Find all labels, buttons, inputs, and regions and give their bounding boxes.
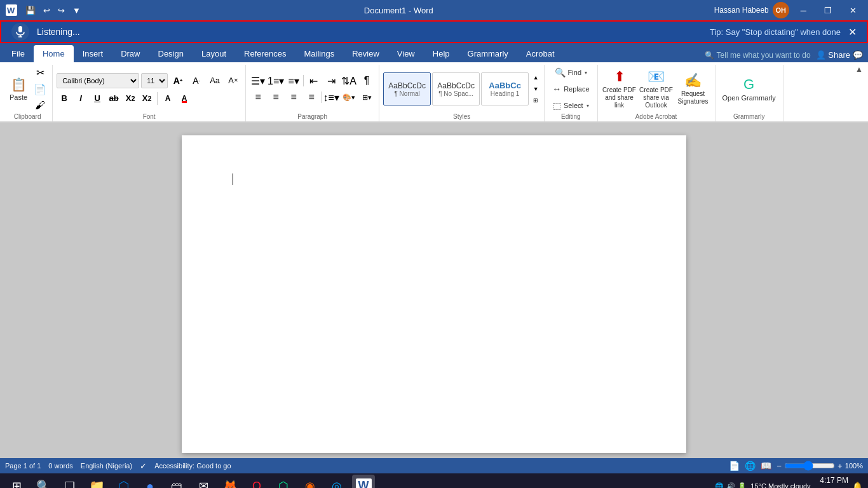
styles-scroll-down[interactable]: ▼ (531, 84, 540, 94)
start-button[interactable]: ⊞ (5, 475, 28, 488)
styles-more[interactable]: ⊞ (531, 95, 540, 105)
align-center-button[interactable]: ≡ (268, 90, 284, 105)
undo-qat-button[interactable]: ↩ (41, 4, 53, 17)
document-page[interactable] (182, 135, 686, 453)
comments-button[interactable]: 💬 (853, 50, 863, 60)
tab-help[interactable]: Help (424, 45, 459, 62)
web-layout-button[interactable]: 🌐 (745, 461, 756, 471)
style-normal[interactable]: AaBbCcDc ¶ Normal (383, 72, 431, 105)
font-name-select[interactable]: Calibri (Body) (57, 73, 139, 88)
tab-draw[interactable]: Draw (112, 45, 149, 62)
tab-review[interactable]: Review (343, 45, 388, 62)
strikethrough-button[interactable]: ab (106, 92, 121, 105)
superscript-button[interactable]: X2 (139, 92, 154, 105)
change-case-button[interactable]: Aa (207, 73, 223, 88)
sort-button[interactable]: ⇅A (341, 73, 357, 88)
replace-button[interactable]: ↔ Replace (548, 81, 593, 97)
print-layout-button[interactable]: 📄 (729, 461, 740, 471)
opera-gx-button[interactable]: ⬡ (272, 475, 295, 488)
tab-layout[interactable]: Layout (193, 45, 235, 62)
text-highlight-button[interactable]: A (160, 92, 175, 105)
decrease-indent-button[interactable]: ⇤ (305, 73, 322, 88)
notification-button[interactable]: 🔔 (852, 482, 863, 489)
increase-indent-button[interactable]: ⇥ (323, 73, 339, 88)
justify-button[interactable]: ≡ (303, 90, 320, 105)
numbering-button[interactable]: 1≡▾ (268, 73, 284, 88)
restore-button[interactable]: ❐ (818, 3, 838, 18)
underline-button[interactable]: U (90, 92, 105, 105)
subscript-button[interactable]: X2 (123, 92, 138, 105)
user-avatar[interactable]: OH (773, 2, 789, 18)
align-left-button[interactable]: ≡ (250, 90, 266, 105)
chrome-button[interactable]: ● (139, 475, 161, 488)
zoom-in-button[interactable]: + (837, 461, 843, 471)
taskbar-app4[interactable]: ◎ (325, 475, 348, 488)
find-button[interactable]: 🔍 Find ▾ (548, 65, 593, 80)
word-taskbar-button[interactable]: W (352, 475, 375, 488)
share-button[interactable]: 👤 Share (816, 50, 850, 60)
tab-mailings[interactable]: Mailings (295, 45, 344, 62)
shading-button[interactable]: 🎨▾ (341, 90, 357, 105)
decrease-font-button[interactable]: A- (188, 73, 205, 88)
tab-acrobat[interactable]: Acrobat (517, 45, 564, 62)
bold-button[interactable]: B (57, 92, 72, 105)
font-color-button[interactable]: A (177, 92, 192, 105)
read-mode-button[interactable]: 📖 (761, 461, 771, 471)
line-spacing-button[interactable]: ↕≡▾ (323, 90, 339, 105)
tab-design[interactable]: Design (149, 45, 193, 62)
open-grammarly-button[interactable]: G Open Grammarly (719, 72, 779, 106)
firefox-button[interactable]: 🦊 (219, 475, 241, 488)
multilevel-list-button[interactable]: ≡▾ (285, 73, 302, 88)
create-pdf-share-button[interactable]: ⬆ Create PDFand share link (602, 72, 637, 106)
zoom-range[interactable] (784, 461, 835, 471)
request-signatures-button[interactable]: ✍ RequestSignatures (675, 72, 711, 106)
paste-button[interactable]: 📋 Paste (6, 72, 31, 106)
volume-icon[interactable]: 🔊 (726, 482, 735, 489)
task-view-button[interactable]: ❑ (58, 475, 81, 488)
tab-view[interactable]: View (388, 45, 424, 62)
minimize-button[interactable]: ─ (794, 3, 813, 18)
customize-qat-button[interactable]: ▼ (70, 4, 83, 17)
bullets-button[interactable]: ☰▾ (250, 73, 266, 88)
spelling-check-icon[interactable]: ✓ (140, 461, 147, 471)
tab-file[interactable]: File (3, 45, 34, 62)
italic-button[interactable]: I (73, 92, 88, 105)
clock[interactable]: 4:17 PM 1/30/2024 (815, 475, 848, 488)
dictation-close-button[interactable]: ✕ (848, 26, 857, 38)
tab-references[interactable]: References (235, 45, 295, 62)
clear-format-button[interactable]: A✕ (225, 73, 241, 88)
styles-scroll-up[interactable]: ▲ (531, 72, 540, 83)
search-button[interactable]: 🔍 (32, 475, 55, 488)
microphone-icon[interactable] (11, 23, 29, 41)
taskbar-app3[interactable]: ◉ (299, 475, 322, 488)
opera-button[interactable]: O (245, 475, 268, 488)
search-bar[interactable]: 🔍 Tell me what you want to do (705, 51, 810, 60)
cut-button[interactable]: ✂ (32, 65, 48, 80)
tab-home[interactable]: Home (34, 45, 74, 62)
taskbar-app1[interactable]: 🗃 (165, 475, 188, 488)
copy-button[interactable]: 📄 (32, 81, 48, 97)
show-marks-button[interactable]: ¶ (358, 73, 375, 88)
zoom-out-button[interactable]: − (776, 461, 782, 471)
style-no-spacing[interactable]: AaBbCcDc ¶ No Spac... (432, 72, 480, 105)
ribbon-collapse-button[interactable]: ▲ (855, 65, 863, 74)
battery-icon[interactable]: 🔋 (738, 482, 747, 489)
network-icon[interactable]: 🌐 (715, 482, 724, 489)
close-button[interactable]: ✕ (843, 3, 863, 18)
taskbar-app2[interactable]: ✉ (192, 475, 215, 488)
increase-font-button[interactable]: A+ (170, 73, 186, 88)
borders-button[interactable]: ⊞▾ (358, 90, 375, 105)
document-area[interactable] (0, 123, 868, 458)
tab-insert[interactable]: Insert (74, 45, 112, 62)
redo-qat-button[interactable]: ↪ (55, 4, 67, 17)
format-painter-button[interactable]: 🖌 (32, 98, 48, 113)
file-explorer-button[interactable]: 📁 (85, 475, 108, 488)
select-button[interactable]: ⬚ Select ▾ (548, 98, 593, 113)
edge-button[interactable]: ⬡ (112, 475, 135, 488)
tab-grammarly[interactable]: Grammarly (459, 45, 517, 62)
style-heading1[interactable]: AaBbCc Heading 1 (481, 72, 529, 105)
create-pdf-outlook-button[interactable]: 📧 Create PDFshare via Outlook (639, 72, 674, 106)
align-right-button[interactable]: ≡ (285, 90, 302, 105)
font-size-select[interactable]: 11 (141, 73, 168, 88)
save-qat-button[interactable]: 💾 (23, 4, 38, 17)
